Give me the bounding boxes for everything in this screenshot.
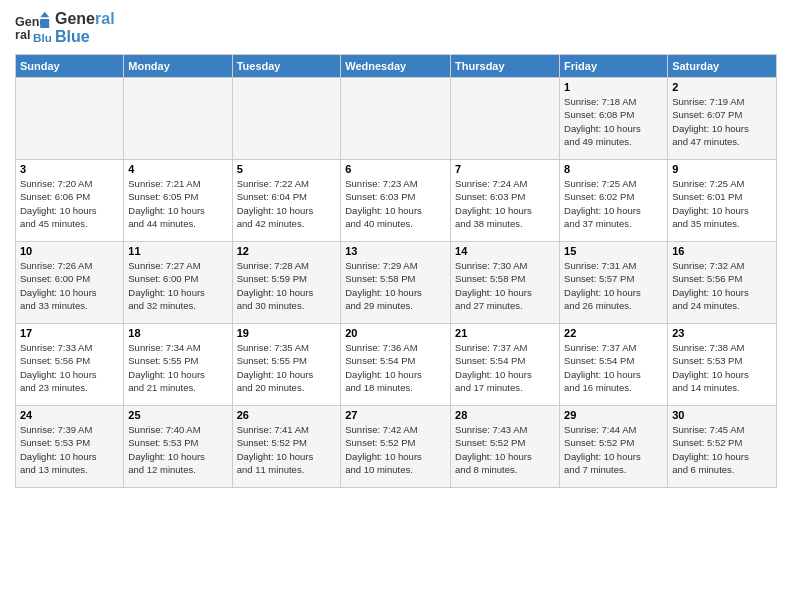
day-info: Sunrise: 7:40 AM Sunset: 5:53 PM Dayligh… <box>128 423 227 476</box>
logo: Gene ral Blue General Blue <box>15 10 115 46</box>
day-info: Sunrise: 7:23 AM Sunset: 6:03 PM Dayligh… <box>345 177 446 230</box>
day-number: 14 <box>455 245 555 257</box>
day-number: 4 <box>128 163 227 175</box>
day-info: Sunrise: 7:34 AM Sunset: 5:55 PM Dayligh… <box>128 341 227 394</box>
calendar-day-cell: 10Sunrise: 7:26 AM Sunset: 6:00 PM Dayli… <box>16 242 124 324</box>
weekday-header: Friday <box>560 55 668 78</box>
calendar-day-cell: 27Sunrise: 7:42 AM Sunset: 5:52 PM Dayli… <box>341 406 451 488</box>
day-number: 7 <box>455 163 555 175</box>
calendar-day-cell: 14Sunrise: 7:30 AM Sunset: 5:58 PM Dayli… <box>451 242 560 324</box>
day-number: 19 <box>237 327 337 339</box>
calendar-header: SundayMondayTuesdayWednesdayThursdayFrid… <box>16 55 777 78</box>
calendar-day-cell: 29Sunrise: 7:44 AM Sunset: 5:52 PM Dayli… <box>560 406 668 488</box>
calendar-day-cell: 9Sunrise: 7:25 AM Sunset: 6:01 PM Daylig… <box>668 160 777 242</box>
day-info: Sunrise: 7:27 AM Sunset: 6:00 PM Dayligh… <box>128 259 227 312</box>
header-row: SundayMondayTuesdayWednesdayThursdayFrid… <box>16 55 777 78</box>
day-info: Sunrise: 7:38 AM Sunset: 5:53 PM Dayligh… <box>672 341 772 394</box>
calendar-day-cell: 2Sunrise: 7:19 AM Sunset: 6:07 PM Daylig… <box>668 78 777 160</box>
day-number: 21 <box>455 327 555 339</box>
calendar-day-cell: 6Sunrise: 7:23 AM Sunset: 6:03 PM Daylig… <box>341 160 451 242</box>
day-info: Sunrise: 7:22 AM Sunset: 6:04 PM Dayligh… <box>237 177 337 230</box>
day-number: 9 <box>672 163 772 175</box>
calendar-day-cell <box>124 78 232 160</box>
calendar-table: SundayMondayTuesdayWednesdayThursdayFrid… <box>15 54 777 488</box>
day-number: 22 <box>564 327 663 339</box>
day-info: Sunrise: 7:25 AM Sunset: 6:02 PM Dayligh… <box>564 177 663 230</box>
day-number: 6 <box>345 163 446 175</box>
svg-marker-3 <box>40 19 49 28</box>
day-number: 28 <box>455 409 555 421</box>
day-number: 25 <box>128 409 227 421</box>
calendar-week-row: 24Sunrise: 7:39 AM Sunset: 5:53 PM Dayli… <box>16 406 777 488</box>
day-number: 5 <box>237 163 337 175</box>
day-number: 30 <box>672 409 772 421</box>
day-info: Sunrise: 7:20 AM Sunset: 6:06 PM Dayligh… <box>20 177 119 230</box>
day-info: Sunrise: 7:41 AM Sunset: 5:52 PM Dayligh… <box>237 423 337 476</box>
weekday-header: Tuesday <box>232 55 341 78</box>
day-number: 11 <box>128 245 227 257</box>
day-number: 16 <box>672 245 772 257</box>
day-info: Sunrise: 7:37 AM Sunset: 5:54 PM Dayligh… <box>455 341 555 394</box>
day-info: Sunrise: 7:25 AM Sunset: 6:01 PM Dayligh… <box>672 177 772 230</box>
weekday-header: Wednesday <box>341 55 451 78</box>
day-info: Sunrise: 7:37 AM Sunset: 5:54 PM Dayligh… <box>564 341 663 394</box>
calendar-day-cell: 5Sunrise: 7:22 AM Sunset: 6:04 PM Daylig… <box>232 160 341 242</box>
day-info: Sunrise: 7:32 AM Sunset: 5:56 PM Dayligh… <box>672 259 772 312</box>
day-number: 1 <box>564 81 663 93</box>
day-number: 12 <box>237 245 337 257</box>
day-number: 26 <box>237 409 337 421</box>
day-number: 18 <box>128 327 227 339</box>
day-number: 17 <box>20 327 119 339</box>
weekday-header: Saturday <box>668 55 777 78</box>
day-number: 24 <box>20 409 119 421</box>
calendar-week-row: 17Sunrise: 7:33 AM Sunset: 5:56 PM Dayli… <box>16 324 777 406</box>
day-info: Sunrise: 7:26 AM Sunset: 6:00 PM Dayligh… <box>20 259 119 312</box>
calendar-day-cell: 1Sunrise: 7:18 AM Sunset: 6:08 PM Daylig… <box>560 78 668 160</box>
day-info: Sunrise: 7:45 AM Sunset: 5:52 PM Dayligh… <box>672 423 772 476</box>
calendar-day-cell <box>16 78 124 160</box>
day-info: Sunrise: 7:18 AM Sunset: 6:08 PM Dayligh… <box>564 95 663 148</box>
calendar-day-cell: 11Sunrise: 7:27 AM Sunset: 6:00 PM Dayli… <box>124 242 232 324</box>
weekday-header: Sunday <box>16 55 124 78</box>
calendar-week-row: 1Sunrise: 7:18 AM Sunset: 6:08 PM Daylig… <box>16 78 777 160</box>
day-number: 3 <box>20 163 119 175</box>
day-number: 29 <box>564 409 663 421</box>
calendar-day-cell: 26Sunrise: 7:41 AM Sunset: 5:52 PM Dayli… <box>232 406 341 488</box>
day-info: Sunrise: 7:39 AM Sunset: 5:53 PM Dayligh… <box>20 423 119 476</box>
calendar-day-cell: 20Sunrise: 7:36 AM Sunset: 5:54 PM Dayli… <box>341 324 451 406</box>
calendar-day-cell: 12Sunrise: 7:28 AM Sunset: 5:59 PM Dayli… <box>232 242 341 324</box>
day-info: Sunrise: 7:21 AM Sunset: 6:05 PM Dayligh… <box>128 177 227 230</box>
day-info: Sunrise: 7:44 AM Sunset: 5:52 PM Dayligh… <box>564 423 663 476</box>
calendar-day-cell: 22Sunrise: 7:37 AM Sunset: 5:54 PM Dayli… <box>560 324 668 406</box>
calendar-day-cell: 15Sunrise: 7:31 AM Sunset: 5:57 PM Dayli… <box>560 242 668 324</box>
day-number: 8 <box>564 163 663 175</box>
calendar-day-cell: 17Sunrise: 7:33 AM Sunset: 5:56 PM Dayli… <box>16 324 124 406</box>
day-info: Sunrise: 7:29 AM Sunset: 5:58 PM Dayligh… <box>345 259 446 312</box>
calendar-day-cell: 8Sunrise: 7:25 AM Sunset: 6:02 PM Daylig… <box>560 160 668 242</box>
day-info: Sunrise: 7:33 AM Sunset: 5:56 PM Dayligh… <box>20 341 119 394</box>
calendar-day-cell <box>341 78 451 160</box>
page: Gene ral Blue General Blue SundayMondayT… <box>0 0 792 498</box>
calendar-day-cell: 25Sunrise: 7:40 AM Sunset: 5:53 PM Dayli… <box>124 406 232 488</box>
day-info: Sunrise: 7:36 AM Sunset: 5:54 PM Dayligh… <box>345 341 446 394</box>
calendar-day-cell <box>451 78 560 160</box>
weekday-header: Monday <box>124 55 232 78</box>
day-info: Sunrise: 7:43 AM Sunset: 5:52 PM Dayligh… <box>455 423 555 476</box>
svg-text:Blue: Blue <box>33 31 51 44</box>
weekday-header: Thursday <box>451 55 560 78</box>
day-info: Sunrise: 7:19 AM Sunset: 6:07 PM Dayligh… <box>672 95 772 148</box>
day-number: 2 <box>672 81 772 93</box>
day-number: 27 <box>345 409 446 421</box>
calendar-day-cell: 7Sunrise: 7:24 AM Sunset: 6:03 PM Daylig… <box>451 160 560 242</box>
day-number: 15 <box>564 245 663 257</box>
calendar-day-cell: 23Sunrise: 7:38 AM Sunset: 5:53 PM Dayli… <box>668 324 777 406</box>
calendar-day-cell: 28Sunrise: 7:43 AM Sunset: 5:52 PM Dayli… <box>451 406 560 488</box>
calendar-day-cell: 3Sunrise: 7:20 AM Sunset: 6:06 PM Daylig… <box>16 160 124 242</box>
day-info: Sunrise: 7:35 AM Sunset: 5:55 PM Dayligh… <box>237 341 337 394</box>
logo-icon: Gene ral Blue <box>15 10 51 46</box>
day-number: 20 <box>345 327 446 339</box>
calendar-day-cell: 24Sunrise: 7:39 AM Sunset: 5:53 PM Dayli… <box>16 406 124 488</box>
day-number: 10 <box>20 245 119 257</box>
day-number: 23 <box>672 327 772 339</box>
calendar-body: 1Sunrise: 7:18 AM Sunset: 6:08 PM Daylig… <box>16 78 777 488</box>
